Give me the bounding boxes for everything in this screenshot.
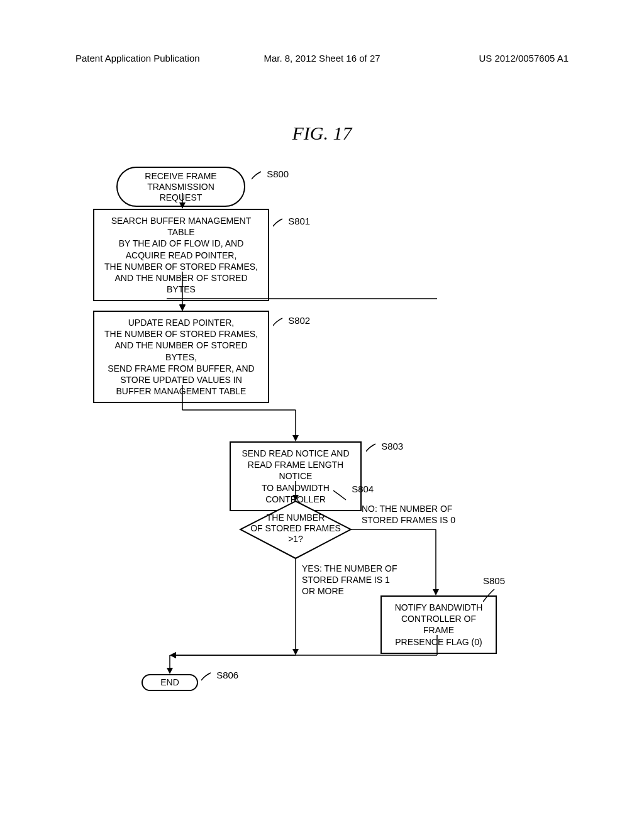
label-s802: S802 [273, 315, 310, 326]
header-left: Patent Application Publication [75, 53, 200, 64]
svg-marker-24 [167, 668, 173, 674]
label-s800: S800 [252, 169, 289, 180]
step-s806-text: END [160, 677, 179, 687]
label-s801: S801 [273, 216, 310, 227]
label-s804: S804 [333, 489, 374, 501]
label-s805: S805 [483, 575, 505, 602]
step-s806: END [142, 674, 198, 691]
svg-marker-1 [179, 202, 186, 209]
page-header: Patent Application Publication Mar. 8, 2… [0, 53, 644, 64]
header-right: US 2012/0057605 A1 [479, 53, 569, 64]
label-s803: S803 [366, 441, 403, 452]
edge-yes: YES: THE NUMBER OF STORED FRAME IS 1 OR … [302, 563, 397, 597]
svg-marker-15 [433, 589, 439, 595]
step-s804: THE NUMBER OF STORED FRAMES >1? [239, 500, 352, 556]
header-center: Mar. 8, 2012 Sheet 16 of 27 [264, 53, 380, 64]
edge-no: NO: THE NUMBER OF STORED FRAMES IS 0 [362, 503, 455, 526]
svg-marker-9 [292, 435, 299, 441]
figure-title: FIG. 17 [292, 123, 352, 144]
label-s806: S806 [201, 670, 238, 681]
step-s804-text: THE NUMBER OF STORED FRAMES >1? [250, 512, 341, 544]
